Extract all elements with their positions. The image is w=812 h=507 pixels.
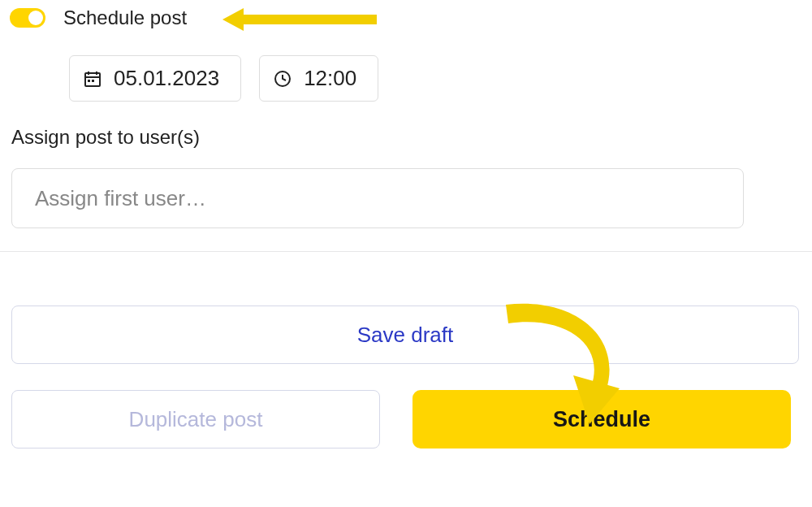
date-value: 05.01.2023 bbox=[114, 66, 219, 91]
duplicate-post-button[interactable]: Duplicate post bbox=[11, 390, 380, 448]
save-draft-button[interactable]: Save draft bbox=[11, 306, 799, 364]
schedule-button[interactable]: Schedule bbox=[412, 390, 791, 448]
svg-rect-2 bbox=[88, 80, 90, 82]
assign-user-input[interactable] bbox=[11, 168, 744, 228]
time-value: 12:00 bbox=[304, 66, 356, 91]
svg-rect-3 bbox=[92, 80, 94, 82]
clock-icon bbox=[273, 69, 292, 89]
schedule-post-toggle[interactable] bbox=[10, 8, 45, 28]
toggle-knob bbox=[28, 11, 43, 25]
calendar-icon bbox=[83, 69, 102, 89]
time-field[interactable]: 12:00 bbox=[259, 55, 378, 102]
schedule-post-label: Schedule post bbox=[63, 6, 187, 29]
date-field[interactable]: 05.01.2023 bbox=[69, 55, 241, 102]
assign-label: Assign post to user(s) bbox=[0, 119, 812, 155]
